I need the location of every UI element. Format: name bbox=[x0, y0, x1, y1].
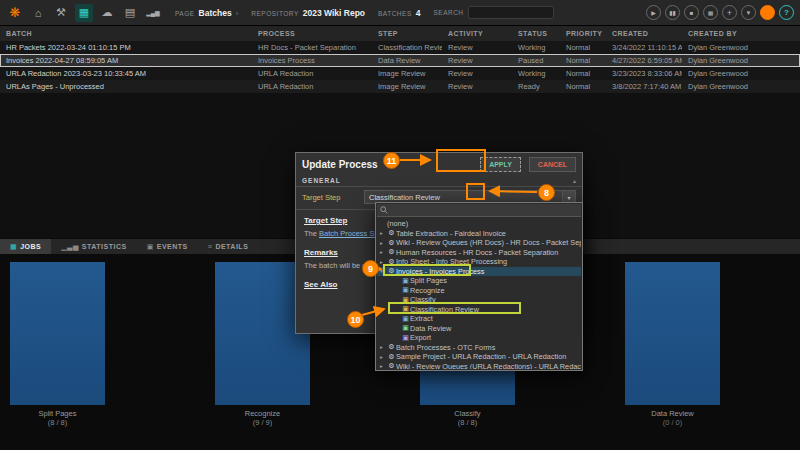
cell-status: Working bbox=[512, 69, 560, 78]
column-status[interactable]: STATUS bbox=[512, 30, 560, 37]
cell-activity: Review bbox=[442, 56, 512, 65]
stats-icon[interactable]: ▂▄▆ bbox=[144, 4, 162, 22]
step-card-data-review[interactable]: Data Review (0 / 0) bbox=[625, 262, 720, 427]
tab-details[interactable]: ≡ DETAILS bbox=[198, 239, 259, 254]
search-icon bbox=[380, 206, 388, 214]
batches-icon[interactable]: ▦ bbox=[75, 4, 93, 22]
tree-item-classification-review[interactable]: ▣Classification Review bbox=[377, 305, 581, 315]
cell-priority: Normal bbox=[560, 56, 606, 65]
chevron-right-icon[interactable]: ▸ bbox=[380, 249, 387, 255]
tree-item-step[interactable]: ▣Extract bbox=[377, 314, 581, 324]
apply-button[interactable]: APPLY bbox=[480, 157, 521, 172]
tree-item-label: Info Sheet - Info Sheet Processing bbox=[396, 257, 507, 266]
column-process[interactable]: PROCESS bbox=[252, 30, 372, 37]
table-row[interactable]: URLAs Pages - Unprocessed URLA Redaction… bbox=[0, 80, 800, 93]
add-icon[interactable]: + bbox=[722, 5, 737, 20]
cancel-button[interactable]: CANCEL bbox=[529, 157, 576, 172]
table-row-selected[interactable]: Invoices 2022-04-27 08:59:05 AM Invoices… bbox=[0, 54, 800, 67]
collapse-icon[interactable]: ▴ bbox=[573, 177, 576, 184]
brand-icon[interactable] bbox=[760, 5, 775, 20]
tree-item-label: Invoices - Invoices Process bbox=[396, 267, 484, 276]
chevron-right-icon[interactable]: ▸ bbox=[380, 354, 387, 360]
search-input[interactable] bbox=[468, 6, 554, 19]
tree-item-label: Batch Processes - OTC Forms bbox=[396, 343, 495, 352]
tree-item-step[interactable]: ▣Split Pages bbox=[377, 276, 581, 286]
tree-item-step[interactable]: ▣Export bbox=[377, 333, 581, 343]
gear-icon: ⚙ bbox=[387, 258, 396, 266]
column-created[interactable]: CREATED bbox=[606, 30, 682, 37]
app-logo-icon[interactable]: ❋ bbox=[6, 4, 24, 22]
tab-details-label: DETAILS bbox=[215, 243, 248, 250]
filter-icon[interactable]: ▼ bbox=[741, 5, 756, 20]
tree-item-process[interactable]: ▸⚙Wiki - Review Queues (HR Docs) - HR Do… bbox=[377, 238, 581, 248]
tree-item-none[interactable]: (none) bbox=[377, 219, 581, 229]
chevron-right-icon[interactable]: ▸ bbox=[380, 344, 387, 350]
cell-priority: Normal bbox=[560, 43, 606, 52]
dropdown-search-input[interactable] bbox=[391, 207, 578, 214]
tree-item-label: Data Review bbox=[410, 324, 451, 333]
cell-process: URLA Redaction bbox=[252, 82, 372, 91]
general-section-header[interactable]: GENERAL ▴ bbox=[296, 175, 582, 187]
help-icon[interactable]: ? bbox=[779, 5, 794, 20]
tree-item-label: (none) bbox=[387, 219, 408, 228]
batch-table-header: BATCH PROCESS STEP ACTIVITY STATUS PRIOR… bbox=[0, 26, 800, 41]
page-value[interactable]: Batches bbox=[199, 8, 232, 18]
step-bar[interactable] bbox=[10, 262, 105, 405]
tree-item-step[interactable]: ▣Data Review bbox=[377, 324, 581, 334]
tab-events[interactable]: ▣ EVENTS bbox=[137, 239, 198, 254]
tree-item-label: Classify bbox=[410, 295, 436, 304]
chevron-right-icon[interactable]: ▸ bbox=[380, 240, 387, 246]
column-batch[interactable]: BATCH bbox=[0, 30, 252, 37]
tree-item-process[interactable]: ▸⚙Human Resources - HR Docs - Packet Sep… bbox=[377, 248, 581, 258]
column-priority[interactable]: PRIORITY bbox=[560, 30, 606, 37]
cell-step: Classification Review bbox=[372, 43, 442, 52]
step-bar[interactable] bbox=[625, 262, 720, 405]
play-icon[interactable]: ▶ bbox=[646, 5, 661, 20]
cell-priority: Normal bbox=[560, 69, 606, 78]
cell-status: Ready bbox=[512, 82, 560, 91]
tree-item-step[interactable]: ▣Recognize bbox=[377, 286, 581, 296]
tab-jobs[interactable]: ▦ JOBS bbox=[0, 239, 51, 254]
cell-created: 3/23/2023 8:33:06 AM bbox=[606, 69, 682, 78]
step-icon: ▣ bbox=[401, 305, 410, 313]
step-count: (8 / 8) bbox=[420, 418, 515, 427]
tab-statistics[interactable]: ▁▃▅ STATISTICS bbox=[51, 239, 136, 254]
jobs-icon: ▦ bbox=[10, 243, 17, 251]
cell-process: HR Docs - Packet Separation bbox=[252, 43, 372, 52]
step-card-split-pages[interactable]: Split Pages (8 / 8) bbox=[10, 262, 105, 427]
chevron-down-icon[interactable]: ▾ bbox=[380, 268, 387, 274]
chevron-right-icon[interactable]: ▸ bbox=[380, 230, 387, 236]
stop-icon[interactable]: ■ bbox=[684, 5, 699, 20]
tree-item-process[interactable]: ▸⚙Batch Processes - OTC Forms bbox=[377, 343, 581, 353]
cloud-icon[interactable]: ☁ bbox=[98, 4, 116, 22]
step-icon: ▣ bbox=[401, 286, 410, 294]
chevron-right-icon[interactable]: ▸ bbox=[380, 363, 387, 369]
cell-created-by: Dylan Greenwood bbox=[682, 82, 800, 91]
events-icon: ▣ bbox=[147, 243, 154, 251]
column-activity[interactable]: ACTIVITY bbox=[442, 30, 512, 37]
repository-value[interactable]: 2023 Wiki Repo bbox=[303, 8, 365, 18]
dropdown-search bbox=[377, 204, 581, 217]
tree-item-process[interactable]: ▸⚙Sample Project - URLA Redaction - URLA… bbox=[377, 352, 581, 362]
step-icon: ▣ bbox=[401, 277, 410, 285]
home-icon[interactable]: ⌂ bbox=[29, 4, 47, 22]
table-row[interactable]: HR Packets 2022-03-24 01:10:15 PM HR Doc… bbox=[0, 41, 800, 54]
column-step[interactable]: STEP bbox=[372, 30, 442, 37]
chevron-right-icon[interactable]: ▸ bbox=[380, 259, 387, 265]
tree-item-label: Sample Project - URLA Redaction - URLA R… bbox=[396, 352, 566, 361]
storage-icon[interactable]: ▤ bbox=[121, 4, 139, 22]
pause-icon[interactable]: ▮▮ bbox=[665, 5, 680, 20]
table-row[interactable]: URLA Redaction 2023-03-23 10:33:45 AM UR… bbox=[0, 67, 800, 80]
tools-icon[interactable]: ⚒ bbox=[52, 4, 70, 22]
tree-item-invoices-process[interactable]: ▾⚙Invoices - Invoices Process bbox=[377, 267, 581, 277]
tree-item-process[interactable]: ▸⚙Info Sheet - Info Sheet Processing bbox=[377, 257, 581, 267]
grid-icon[interactable]: ▦ bbox=[703, 5, 718, 20]
tree-item-step[interactable]: ▣Classify bbox=[377, 295, 581, 305]
column-created-by[interactable]: CREATED BY bbox=[682, 30, 800, 37]
step-count: (8 / 8) bbox=[10, 418, 105, 427]
batches-count: BATCHES 4 bbox=[378, 8, 420, 18]
cell-step: Image Review bbox=[372, 82, 442, 91]
tree-item-process[interactable]: ▸⚙Table Extraction - Fairdeal Invoice bbox=[377, 229, 581, 239]
tree-item-label: Human Resources - HR Docs - Packet Separ… bbox=[396, 248, 558, 257]
tree-item-process[interactable]: ▸⚙Wiki - Review Queues (URLA Redactions)… bbox=[377, 362, 581, 370]
